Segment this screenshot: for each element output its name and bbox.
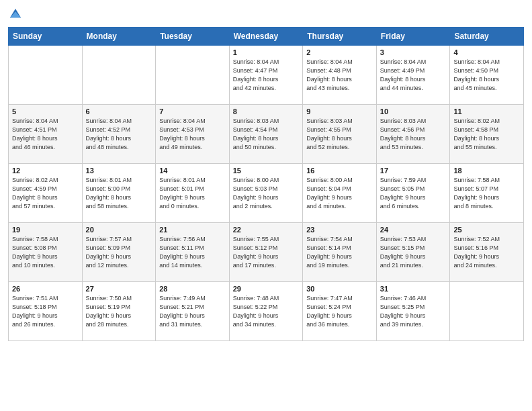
calendar-table: SundayMondayTuesdayWednesdayThursdayFrid… [8, 27, 524, 341]
day-number: 19 [12, 226, 79, 234]
day-info: Sunrise: 7:49 AM Sunset: 5:21 PM Dayligh… [159, 294, 226, 329]
page: SundayMondayTuesdayWednesdayThursdayFrid… [0, 0, 532, 349]
calendar-cell: 16Sunrise: 8:00 AM Sunset: 5:04 PM Dayli… [303, 164, 377, 223]
day-number: 12 [12, 167, 79, 175]
day-info: Sunrise: 7:46 AM Sunset: 5:25 PM Dayligh… [380, 294, 447, 329]
calendar-week-row: 5Sunrise: 8:04 AM Sunset: 4:51 PM Daylig… [9, 105, 524, 164]
day-number: 25 [453, 226, 520, 234]
calendar-cell: 1Sunrise: 8:04 AM Sunset: 4:47 PM Daylig… [229, 46, 303, 105]
day-number: 29 [233, 285, 300, 293]
calendar-day-header: Friday [376, 28, 450, 46]
calendar-cell: 17Sunrise: 7:59 AM Sunset: 5:05 PM Dayli… [376, 164, 450, 223]
day-number: 6 [86, 107, 152, 116]
day-number: 13 [86, 167, 152, 175]
day-info: Sunrise: 8:01 AM Sunset: 5:01 PM Dayligh… [159, 176, 226, 211]
calendar-cell: 22Sunrise: 7:55 AM Sunset: 5:12 PM Dayli… [229, 223, 303, 282]
day-info: Sunrise: 8:04 AM Sunset: 4:51 PM Dayligh… [12, 117, 79, 152]
day-number: 21 [159, 226, 226, 234]
calendar-cell [156, 46, 230, 105]
calendar-cell [82, 46, 156, 105]
day-info: Sunrise: 8:00 AM Sunset: 5:04 PM Dayligh… [306, 176, 373, 211]
day-number: 20 [86, 226, 152, 234]
day-info: Sunrise: 7:57 AM Sunset: 5:09 PM Dayligh… [86, 235, 152, 270]
day-info: Sunrise: 7:50 AM Sunset: 5:19 PM Dayligh… [86, 294, 152, 329]
calendar-cell: 11Sunrise: 8:02 AM Sunset: 4:58 PM Dayli… [450, 105, 524, 164]
day-number: 9 [306, 107, 373, 116]
calendar-cell: 23Sunrise: 7:54 AM Sunset: 5:14 PM Dayli… [303, 223, 377, 282]
day-number: 2 [306, 48, 373, 56]
day-number: 11 [453, 107, 520, 116]
day-info: Sunrise: 7:54 AM Sunset: 5:14 PM Dayligh… [306, 235, 373, 270]
day-number: 14 [159, 167, 226, 175]
header [8, 7, 524, 21]
calendar-header-row: SundayMondayTuesdayWednesdayThursdayFrid… [9, 28, 524, 46]
day-info: Sunrise: 7:58 AM Sunset: 5:07 PM Dayligh… [453, 176, 520, 211]
calendar-day-header: Monday [82, 28, 156, 46]
calendar-cell: 29Sunrise: 7:48 AM Sunset: 5:22 PM Dayli… [229, 282, 303, 341]
calendar-week-row: 19Sunrise: 7:58 AM Sunset: 5:08 PM Dayli… [9, 223, 524, 282]
day-number: 4 [453, 48, 520, 56]
day-info: Sunrise: 7:55 AM Sunset: 5:12 PM Dayligh… [233, 235, 300, 270]
calendar-week-row: 1Sunrise: 8:04 AM Sunset: 4:47 PM Daylig… [9, 46, 524, 105]
day-number: 28 [159, 285, 226, 293]
day-number: 31 [380, 285, 447, 293]
calendar-cell: 12Sunrise: 8:02 AM Sunset: 4:59 PM Dayli… [9, 164, 83, 223]
calendar-day-header: Sunday [9, 28, 83, 46]
day-number: 22 [233, 226, 300, 234]
day-info: Sunrise: 8:04 AM Sunset: 4:52 PM Dayligh… [86, 117, 152, 152]
day-number: 23 [306, 226, 373, 234]
day-number: 8 [233, 107, 300, 116]
calendar-cell: 15Sunrise: 8:00 AM Sunset: 5:03 PM Dayli… [229, 164, 303, 223]
svg-marker-1 [10, 11, 21, 17]
day-info: Sunrise: 8:02 AM Sunset: 4:59 PM Dayligh… [12, 176, 79, 211]
calendar-day-header: Tuesday [156, 28, 230, 46]
calendar-cell: 21Sunrise: 7:56 AM Sunset: 5:11 PM Dayli… [156, 223, 230, 282]
day-info: Sunrise: 7:48 AM Sunset: 5:22 PM Dayligh… [233, 294, 300, 329]
calendar-week-row: 12Sunrise: 8:02 AM Sunset: 4:59 PM Dayli… [9, 164, 524, 223]
day-info: Sunrise: 7:47 AM Sunset: 5:24 PM Dayligh… [306, 294, 373, 329]
day-number: 26 [12, 285, 79, 293]
calendar-cell: 2Sunrise: 8:04 AM Sunset: 4:48 PM Daylig… [303, 46, 377, 105]
day-info: Sunrise: 8:04 AM Sunset: 4:50 PM Dayligh… [453, 58, 520, 93]
day-number: 7 [159, 107, 226, 116]
day-number: 27 [86, 285, 152, 293]
calendar-cell: 6Sunrise: 8:04 AM Sunset: 4:52 PM Daylig… [82, 105, 156, 164]
calendar-day-header: Saturday [450, 28, 524, 46]
day-number: 3 [380, 48, 447, 56]
day-info: Sunrise: 8:00 AM Sunset: 5:03 PM Dayligh… [233, 176, 300, 211]
day-info: Sunrise: 8:04 AM Sunset: 4:53 PM Dayligh… [159, 117, 226, 152]
calendar-cell: 8Sunrise: 8:03 AM Sunset: 4:54 PM Daylig… [229, 105, 303, 164]
calendar-day-header: Wednesday [229, 28, 303, 46]
day-info: Sunrise: 7:59 AM Sunset: 5:05 PM Dayligh… [380, 176, 447, 211]
day-info: Sunrise: 8:03 AM Sunset: 4:56 PM Dayligh… [380, 117, 447, 152]
calendar-cell: 18Sunrise: 7:58 AM Sunset: 5:07 PM Dayli… [450, 164, 524, 223]
day-number: 5 [12, 107, 79, 116]
calendar-cell: 3Sunrise: 8:04 AM Sunset: 4:49 PM Daylig… [376, 46, 450, 105]
calendar-cell: 30Sunrise: 7:47 AM Sunset: 5:24 PM Dayli… [303, 282, 377, 341]
day-info: Sunrise: 7:56 AM Sunset: 5:11 PM Dayligh… [159, 235, 226, 270]
day-number: 24 [380, 226, 447, 234]
day-info: Sunrise: 7:58 AM Sunset: 5:08 PM Dayligh… [12, 235, 79, 270]
calendar-cell: 20Sunrise: 7:57 AM Sunset: 5:09 PM Dayli… [82, 223, 156, 282]
day-number: 10 [380, 107, 447, 116]
calendar-week-row: 26Sunrise: 7:51 AM Sunset: 5:18 PM Dayli… [9, 282, 524, 341]
calendar-cell [9, 46, 83, 105]
calendar-cell: 24Sunrise: 7:53 AM Sunset: 5:15 PM Dayli… [376, 223, 450, 282]
calendar-day-header: Thursday [303, 28, 377, 46]
calendar-cell: 28Sunrise: 7:49 AM Sunset: 5:21 PM Dayli… [156, 282, 230, 341]
calendar-cell: 10Sunrise: 8:03 AM Sunset: 4:56 PM Dayli… [376, 105, 450, 164]
day-number: 18 [453, 167, 520, 175]
calendar-cell: 19Sunrise: 7:58 AM Sunset: 5:08 PM Dayli… [9, 223, 83, 282]
calendar-cell [450, 282, 524, 341]
calendar-cell: 31Sunrise: 7:46 AM Sunset: 5:25 PM Dayli… [376, 282, 450, 341]
day-info: Sunrise: 8:04 AM Sunset: 4:49 PM Dayligh… [380, 58, 447, 93]
logo [8, 7, 24, 21]
day-info: Sunrise: 7:53 AM Sunset: 5:15 PM Dayligh… [380, 235, 447, 270]
day-number: 17 [380, 167, 447, 175]
day-info: Sunrise: 7:52 AM Sunset: 5:16 PM Dayligh… [453, 235, 520, 270]
logo-icon [8, 7, 23, 21]
calendar-cell: 7Sunrise: 8:04 AM Sunset: 4:53 PM Daylig… [156, 105, 230, 164]
day-number: 15 [233, 167, 300, 175]
calendar-cell: 25Sunrise: 7:52 AM Sunset: 5:16 PM Dayli… [450, 223, 524, 282]
calendar-cell: 13Sunrise: 8:01 AM Sunset: 5:00 PM Dayli… [82, 164, 156, 223]
